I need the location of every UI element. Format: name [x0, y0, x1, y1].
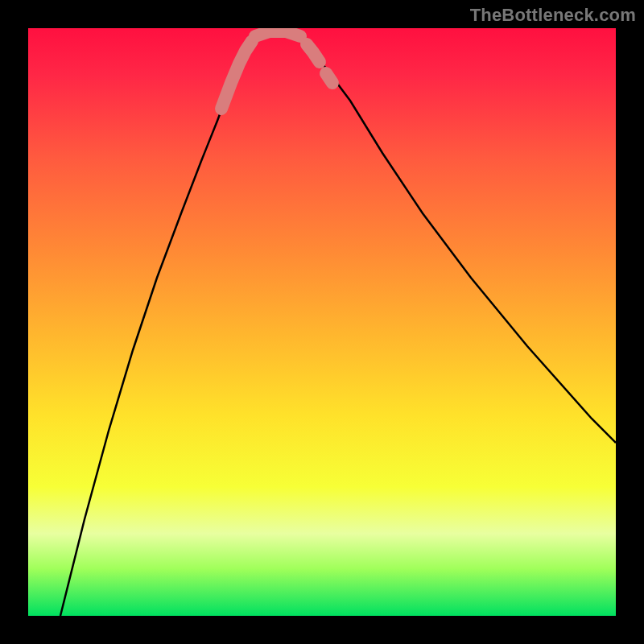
curve-svg [28, 28, 616, 616]
series-highlight-pink-seg-1 [255, 31, 300, 36]
series-highlight-pink-seg-0 [221, 41, 252, 109]
watermark-text: TheBottleneck.com [470, 5, 636, 26]
plot-area [28, 28, 616, 616]
series-highlight-pink-seg-2 [307, 44, 320, 62]
series-bottleneck-curve [60, 31, 616, 616]
chart-frame: TheBottleneck.com [0, 0, 644, 644]
series-highlight-pink-seg-3 [326, 73, 332, 83]
